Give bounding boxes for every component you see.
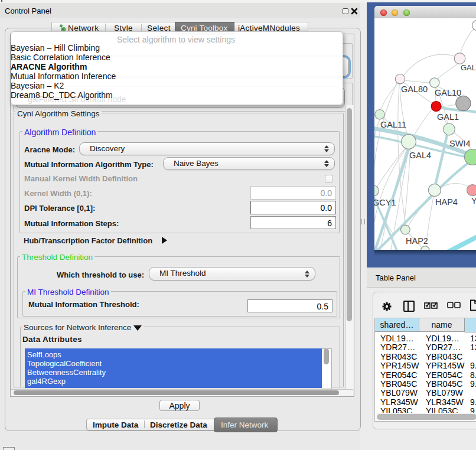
svg-text:GAL: GAL — [461, 63, 476, 72]
svg-text:GAL1: GAL1 — [437, 112, 459, 122]
svg-text:HAP2: HAP2 — [406, 236, 428, 246]
svg-text:GAL11: GAL11 — [380, 120, 406, 129]
svg-text:Y: Y — [471, 196, 476, 206]
svg-text:HAP4: HAP4 — [435, 197, 458, 207]
svg-text:SWI4: SWI4 — [449, 139, 470, 148]
svg-text:GAL80: GAL80 — [401, 84, 428, 94]
svg-text:GAL4: GAL4 — [409, 151, 431, 160]
svg-text:GAL10: GAL10 — [435, 88, 461, 97]
svg-text:GCY1: GCY1 — [374, 198, 396, 207]
